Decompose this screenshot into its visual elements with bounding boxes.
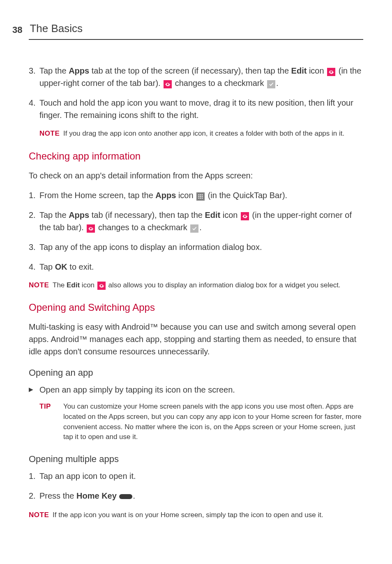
text: .	[199, 223, 202, 232]
list-number: 2.	[29, 209, 39, 233]
gear-icon	[97, 282, 106, 290]
checkmark-icon	[190, 224, 198, 233]
text: icon	[307, 66, 326, 75]
note: NOTE If the app icon you want is on your…	[29, 510, 363, 520]
bold-edit: Edit	[205, 210, 220, 220]
step-4: 4. Touch and hold the app icon you want …	[29, 97, 363, 121]
text: .	[276, 79, 279, 88]
paragraph: To check on an app's detail information …	[29, 169, 363, 182]
list-body: Press the Home Key .	[39, 490, 363, 503]
page-header: 38 The Basics	[29, 21, 363, 40]
svg-rect-0	[198, 194, 199, 195]
note: NOTE The Edit icon also allows you to di…	[29, 280, 363, 291]
svg-rect-8	[202, 198, 203, 199]
gear-icon	[241, 212, 249, 220]
tip-label: TIP	[39, 402, 63, 442]
svg-rect-7	[200, 198, 201, 199]
bold-edit: Edit	[291, 66, 307, 75]
page: 38 The Basics 3. Tap the Apps tab at the…	[0, 0, 392, 564]
svg-rect-1	[200, 194, 201, 195]
text: The	[53, 281, 67, 289]
list-body: Tap OK to exit.	[39, 261, 363, 273]
section-title: The Basics	[30, 21, 83, 37]
bullet-item: ▶ Open an app simply by tapping its icon…	[29, 384, 363, 396]
paragraph: Multi-tasking is easy with Android™ beca…	[29, 321, 363, 358]
step-3: 3. Tap the Apps tab at the top of the sc…	[29, 65, 363, 89]
text: icon	[80, 281, 97, 289]
check-step-4: 4. Tap OK to exit.	[29, 261, 363, 273]
heading-multiple-apps: Opening multiple apps	[29, 452, 363, 466]
note-label: NOTE	[39, 129, 63, 139]
bold-home-key: Home Key	[76, 491, 117, 500]
heading-checking: Checking app information	[29, 149, 363, 164]
text: .	[133, 491, 135, 500]
check-step-2: 2. Tap the Apps tab (if necessary), then…	[29, 209, 363, 233]
bold-apps: Apps	[155, 191, 176, 200]
svg-rect-3	[198, 196, 199, 196]
list-number: 4.	[29, 261, 39, 273]
svg-rect-4	[200, 196, 201, 196]
svg-rect-2	[202, 194, 203, 195]
check-step-1: 1. From the Home screen, tap the Apps ic…	[29, 189, 363, 201]
gear-icon	[87, 224, 95, 233]
tip: TIP You can customize your Home screen p…	[39, 402, 363, 442]
gear-icon	[164, 80, 172, 88]
text: Tap the	[39, 66, 69, 75]
home-key-icon	[119, 490, 133, 503]
list-body: Tap the Apps tab at the top of the scree…	[39, 65, 363, 89]
text: icon	[176, 191, 196, 200]
list-number: 4.	[29, 97, 39, 121]
text: (in the QuickTap Bar).	[205, 191, 287, 200]
multi-step-1: 1. Tap an app icon to open it.	[29, 470, 363, 482]
list-body: From the Home screen, tap the Apps icon …	[39, 189, 363, 201]
heading-opening-switching: Opening and Switching Apps	[29, 300, 363, 315]
note-label: NOTE	[29, 510, 53, 520]
list-body: Tap any of the app icons to display an i…	[39, 241, 363, 253]
checkmark-icon	[267, 80, 275, 88]
text: tab at the top of the screen (if necessa…	[89, 66, 291, 75]
note-label: NOTE	[29, 280, 53, 291]
list-body: Touch and hold the app icon you want to …	[39, 97, 363, 121]
list-number: 2.	[29, 490, 39, 503]
note-body: The Edit icon also allows you to display…	[53, 280, 363, 291]
note: NOTE If you drag the app icon onto anoth…	[39, 129, 363, 139]
text: Tap	[39, 262, 55, 271]
bullet-marker: ▶	[29, 384, 39, 396]
bold-apps: Apps	[69, 66, 89, 75]
text: tab (if necessary), then tap the	[89, 210, 205, 220]
note-body: If the app icon you want is on your Home…	[53, 510, 363, 520]
bold-ok: OK	[55, 262, 67, 271]
list-body: Tap the Apps tab (if necessary), then ta…	[39, 209, 363, 233]
svg-rect-9	[119, 494, 132, 499]
list-number: 3.	[29, 241, 39, 253]
bold-edit: Edit	[67, 281, 80, 289]
check-step-3: 3. Tap any of the app icons to display a…	[29, 241, 363, 253]
page-number: 38	[12, 23, 22, 37]
text: also allows you to display an informatio…	[106, 281, 341, 289]
text: icon	[220, 210, 240, 220]
text: Press the	[39, 491, 76, 500]
list-number: 1.	[29, 189, 39, 201]
bold-apps: Apps	[69, 210, 89, 220]
list-number: 1.	[29, 470, 39, 482]
text: changes to a checkmark	[173, 79, 266, 88]
svg-rect-5	[202, 196, 203, 196]
list-body: Tap an app icon to open it.	[39, 470, 363, 482]
multi-step-2: 2. Press the Home Key .	[29, 490, 363, 503]
bullet-text: Open an app simply by tapping its icon o…	[39, 384, 235, 396]
text: Tap the	[39, 210, 69, 220]
note-body: If you drag the app icon onto another ap…	[63, 129, 363, 139]
svg-rect-6	[198, 198, 199, 199]
apps-grid-icon	[196, 192, 205, 201]
heading-opening-app: Opening an app	[29, 366, 363, 379]
text: changes to a checkmark	[96, 223, 189, 232]
tip-body: You can customize your Home screen panel…	[63, 402, 363, 442]
gear-icon	[327, 68, 335, 76]
text: to exit.	[67, 262, 94, 271]
list-number: 3.	[29, 65, 39, 89]
text: From the Home screen, tap the	[39, 191, 155, 200]
